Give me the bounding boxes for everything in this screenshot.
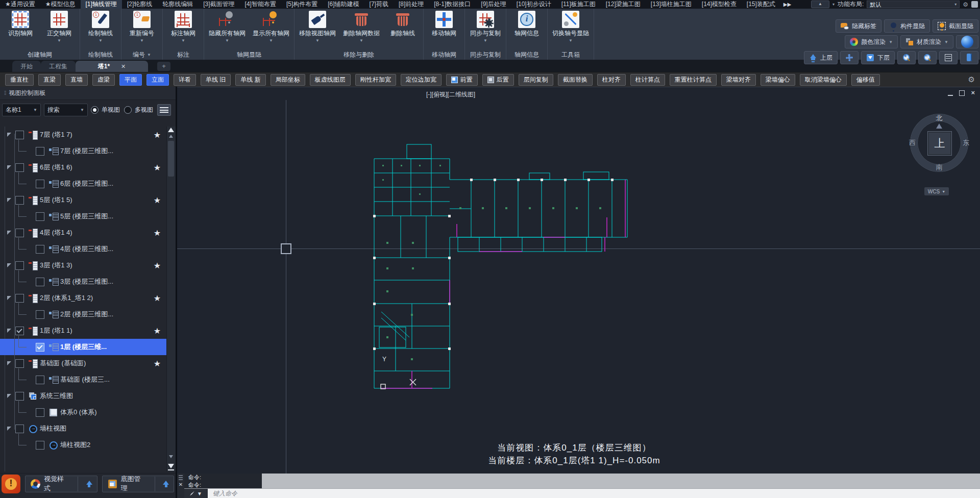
collapse-arrow-icon[interactable] <box>7 394 11 398</box>
toolbar-button[interactable]: 取消梁墙偏心 <box>800 74 847 86</box>
visibility-checkbox[interactable] <box>15 131 24 139</box>
ribbon-button[interactable]: 切换轴号显隐 ▼ <box>550 10 592 44</box>
ribbon-button[interactable]: 同步与复制 ▼ <box>467 10 504 44</box>
toolbar-button[interactable]: 偏移值 <box>851 74 880 86</box>
name-dropdown[interactable]: 名称1▼ <box>2 104 41 116</box>
favorite-star-icon[interactable]: ★ <box>154 359 161 368</box>
warning-icon[interactable] <box>2 475 20 493</box>
close-icon[interactable]: ✕ <box>179 482 183 487</box>
tree-scrollbar[interactable] <box>166 127 176 471</box>
display-toggle-button[interactable]: 隐藏标签 <box>836 19 881 33</box>
collapse-arrow-icon[interactable] <box>7 165 11 169</box>
render-mode-button[interactable]: 材质渲染 ▼ <box>900 35 953 48</box>
visibility-checkbox[interactable] <box>36 376 44 384</box>
arrow-up-icon[interactable] <box>82 481 96 487</box>
visibility-checkbox[interactable] <box>15 392 24 401</box>
menu-item[interactable]: [12]梁施工图 <box>601 0 646 9</box>
layer-nav-button[interactable] <box>960 51 978 64</box>
tree-item[interactable]: 6层 (楼层三维图... ★ <box>0 176 167 192</box>
toolbar-button[interactable]: 直墙 <box>65 74 88 86</box>
visibility-checkbox[interactable] <box>15 196 24 205</box>
collapse-arrow-icon[interactable] <box>7 133 11 137</box>
visibility-checkbox[interactable] <box>36 441 44 450</box>
menu-item[interactable]: ★通用设置 <box>0 0 40 9</box>
toolbar-button[interactable]: 详看 <box>174 74 196 86</box>
compass-south[interactable]: 南 <box>909 163 970 172</box>
menu-item[interactable]: [9]后处理 <box>476 0 511 9</box>
favorite-star-icon[interactable]: ★ <box>154 130 161 140</box>
layer-nav-button[interactable] <box>939 51 958 64</box>
visual-style-button[interactable]: 视觉样式 <box>25 476 97 492</box>
toolbar-button[interactable]: 局部坐标 <box>271 74 305 86</box>
tree-item[interactable]: 基础面 (楼层三... ★ <box>0 371 167 388</box>
compass-north[interactable]: 北 <box>909 114 970 123</box>
menu-item[interactable]: [14]模型检查 <box>697 0 742 9</box>
toolbar-button[interactable]: 垂直柱 <box>5 74 34 86</box>
scrollbar-thumb[interactable] <box>168 141 174 177</box>
close-icon[interactable]: ✕ <box>121 63 126 70</box>
toolbar-button[interactable]: 虚梁 <box>92 74 115 86</box>
panel-header[interactable]: ⁞⁞ 视图控制面板 <box>0 87 176 100</box>
visibility-checkbox[interactable] <box>36 212 44 221</box>
ribbon-button[interactable]: 移动轴网 ▼ <box>426 10 462 44</box>
single-view-radio[interactable] <box>91 106 99 114</box>
collapse-arrow-icon[interactable] <box>7 329 11 333</box>
menu-item[interactable]: [4]智能布置 <box>240 0 281 9</box>
scroll-up-icon[interactable] <box>168 128 174 132</box>
layer-nav-button[interactable] <box>918 51 937 64</box>
toolbar-button[interactable]: 梁墙偏心 <box>761 74 795 86</box>
display-toggle-button[interactable]: 截面显隐 <box>933 19 978 33</box>
layer-nav-button[interactable] <box>897 51 916 64</box>
document-tab[interactable]: 工程集 ✕ <box>41 61 76 72</box>
menu-item[interactable]: [2]轮廓线 <box>122 0 157 9</box>
visibility-checkbox[interactable] <box>36 180 44 188</box>
visibility-checkbox[interactable] <box>15 163 24 172</box>
tree-item[interactable]: 4层 (楼层三维图... ★ <box>0 241 167 257</box>
toolbar-button[interactable]: 柱对齐 <box>597 74 626 86</box>
viewport-title[interactable]: [-][俯视][二维线图] <box>426 90 475 99</box>
menu-item[interactable]: [8]前处理 <box>394 0 429 9</box>
gear-icon[interactable]: ⚙ <box>963 1 968 9</box>
toolbar-button[interactable]: 立面 <box>146 74 169 86</box>
tree-item[interactable]: 7层 (楼层三维图... ★ <box>0 143 167 159</box>
menu-item[interactable]: 轮廓线编辑 <box>157 0 198 9</box>
menu-item[interactable]: [6]辅助建模 <box>323 0 364 9</box>
visibility-checkbox[interactable] <box>15 261 24 270</box>
tree-item[interactable]: 3层 (楼层三维图... ★ <box>0 273 167 290</box>
window-shade-icon[interactable] <box>971 1 978 8</box>
ribbon-button[interactable]: 显示所有轴网 ▼ <box>250 10 292 44</box>
visibility-checkbox[interactable] <box>15 425 24 433</box>
collapse-arrow-icon[interactable] <box>7 198 11 202</box>
search-dropdown[interactable]: 搜索▼ <box>44 104 88 116</box>
drag-handle-icon[interactable]: ⁞⁞ <box>4 90 6 96</box>
toolbar-button[interactable]: 单线 旧 <box>201 74 231 86</box>
menu-item[interactable]: [10]初步设计 <box>511 0 556 9</box>
chevron-down-icon[interactable]: ▾ <box>832 2 835 7</box>
command-window-grip[interactable]: ✕ <box>177 474 184 498</box>
menu-item[interactable]: [1]轴线管理 <box>81 0 122 9</box>
compass-west[interactable]: 西 <box>909 138 916 147</box>
scroll-down-icon[interactable] <box>168 464 174 468</box>
command-input-icons[interactable]: ▼ <box>184 489 208 498</box>
favorite-star-icon[interactable]: ★ <box>154 326 161 336</box>
tree-item[interactable]: 体系0 (体系) ★ <box>0 404 167 420</box>
ribbon-button[interactable]: 识别轴网 ▼ <box>2 10 39 44</box>
collapse-arrow-icon[interactable] <box>7 296 11 300</box>
menu-item[interactable]: [15]装配式 <box>742 0 780 9</box>
base-map-button[interactable]: 底图管理 <box>102 476 175 492</box>
toolbar-button[interactable]: 重置柱计算点 <box>670 74 717 86</box>
compass-top-face[interactable]: 上 <box>927 131 952 156</box>
tree-item[interactable]: 2层 (楼层三维图... ★ <box>0 306 167 322</box>
multi-view-radio[interactable] <box>124 106 132 114</box>
maximize-icon[interactable] <box>959 90 965 96</box>
document-tab[interactable]: 塔1* ✕ <box>76 61 148 72</box>
chevron-down-icon[interactable]: ▼ <box>197 491 202 496</box>
favorite-star-icon[interactable]: ★ <box>154 195 161 205</box>
menu-item[interactable]: ★模型信息 <box>40 0 81 9</box>
visibility-checkbox[interactable] <box>36 147 44 156</box>
collapse-arrow-icon[interactable] <box>7 263 11 267</box>
view-compass[interactable]: 北 南 西 东 上 <box>909 112 970 173</box>
visibility-checkbox[interactable] <box>15 229 24 237</box>
menu-item[interactable]: [3]截面管理 <box>198 0 239 9</box>
ribbon-button[interactable]: 删除轴线 ▼ <box>384 10 421 44</box>
